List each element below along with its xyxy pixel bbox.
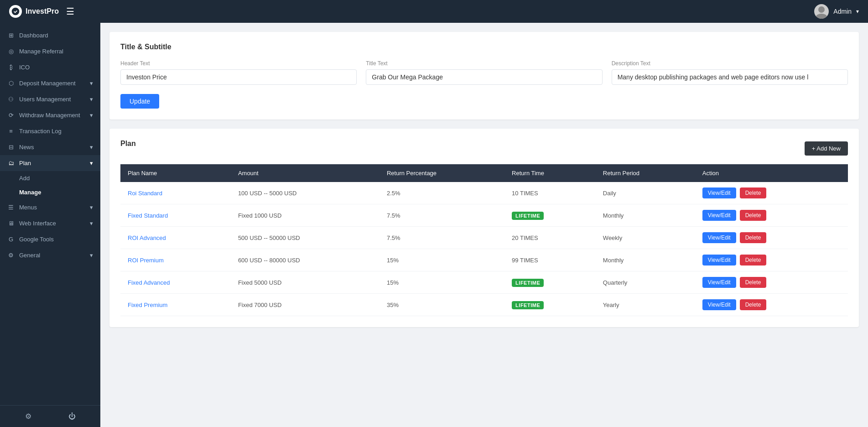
view-edit-button-5[interactable]: View/Edit	[702, 299, 736, 310]
title-subtitle-card: Title & Subtitle Header Text Title Text …	[109, 32, 859, 120]
plan-card-header: Plan + Add New	[120, 140, 848, 157]
cell-plan-name-3: ROI Premium	[120, 249, 231, 271]
sidebar-label-ico: ICO	[19, 64, 30, 71]
delete-button-1[interactable]: Delete	[740, 210, 767, 221]
title-text-input[interactable]	[366, 69, 602, 85]
cell-amount-4: Fixed 5000 USD	[231, 271, 379, 294]
plan-icon: 🗂	[7, 160, 15, 167]
cell-return-pct-4: 15%	[379, 271, 504, 294]
sidebar-item-menus[interactable]: ☰ Menus ▾	[0, 199, 100, 215]
col-action: Action	[695, 164, 848, 182]
cell-amount-3: 600 USD -- 80000 USD	[231, 249, 379, 271]
table-row: ROI Premium 600 USD -- 80000 USD 15% 99 …	[120, 249, 848, 271]
cell-action-3: View/Edit Delete	[695, 249, 848, 271]
sidebar-item-deposit-management[interactable]: ⬡ Deposit Management ▾	[0, 75, 100, 91]
sidebar-item-web-interface[interactable]: 🖥 Web Interface ▾	[0, 215, 100, 231]
col-return-percentage: Return Percentage	[379, 164, 504, 182]
sidebar-label-general: General	[19, 252, 40, 259]
add-new-button[interactable]: + Add New	[805, 141, 848, 156]
svg-point-1	[818, 6, 825, 13]
news-chevron-icon: ▾	[90, 144, 93, 151]
view-edit-button-1[interactable]: View/Edit	[702, 210, 736, 221]
sidebar-item-dashboard[interactable]: ⊞ Dashboard	[0, 27, 100, 43]
sidebar-item-general[interactable]: ⚙ General ▾	[0, 247, 100, 263]
col-plan-name: Plan Name	[120, 164, 231, 182]
view-edit-button-2[interactable]: View/Edit	[702, 232, 736, 243]
sidebar-item-users-management[interactable]: ⚇ Users Management ▾	[0, 91, 100, 107]
plan-card: Plan + Add New Plan Name Amount Return P…	[109, 129, 859, 327]
cell-return-period-5: Yearly	[596, 294, 695, 316]
view-edit-button-4[interactable]: View/Edit	[702, 277, 736, 288]
header-text-group: Header Text	[120, 60, 357, 85]
sidebar-item-google-tools[interactable]: G Google Tools	[0, 231, 100, 247]
sidebar-item-manage-referral[interactable]: ◎ Manage Referral	[0, 43, 100, 59]
cell-return-time-0: 10 TIMES	[504, 182, 596, 204]
deposit-chevron-icon: ▾	[90, 80, 93, 87]
description-text-group: Description Text	[612, 60, 848, 85]
power-icon[interactable]: ⏻	[68, 412, 76, 421]
web-interface-icon: 🖥	[7, 220, 15, 227]
sidebar-item-news[interactable]: ⊟ News ▾	[0, 139, 100, 155]
svg-point-2	[816, 14, 827, 19]
lifetime-badge-4: LIFETIME	[512, 279, 544, 287]
sidebar-sub-item-plan-add[interactable]: Add	[19, 171, 100, 185]
cell-return-period-1: Monthly	[596, 204, 695, 227]
cell-return-period-0: Daily	[596, 182, 695, 204]
plan-card-title: Plan	[120, 140, 136, 148]
plan-chevron-icon: ▾	[90, 160, 93, 167]
sidebar-nav: ⊞ Dashboard ◎ Manage Referral ₿ ICO ⬡	[0, 23, 100, 405]
cell-plan-name-4: Fixed Advanced	[120, 271, 231, 294]
settings-icon[interactable]: ⚙	[25, 412, 31, 421]
cell-return-period-2: Weekly	[596, 227, 695, 249]
cell-amount-2: 500 USD -- 50000 USD	[231, 227, 379, 249]
delete-button-0[interactable]: Delete	[740, 187, 767, 198]
view-edit-button-3[interactable]: View/Edit	[702, 255, 736, 266]
update-button[interactable]: Update	[120, 94, 159, 109]
sidebar-label-google-tools: Google Tools	[19, 236, 54, 243]
logo-text: InvestPro	[26, 7, 59, 16]
cell-return-pct-1: 7.5%	[379, 204, 504, 227]
cell-plan-name-2: ROI Advanced	[120, 227, 231, 249]
sidebar-label-users: Users Management	[19, 96, 71, 103]
sidebar-item-withdraw-management[interactable]: ⟳ Withdraw Management ▾	[0, 107, 100, 123]
withdraw-icon: ⟳	[7, 112, 15, 119]
sidebar-label-menus: Menus	[19, 204, 37, 211]
sidebar-label-manage-referral: Manage Referral	[19, 48, 63, 55]
admin-label: Admin	[833, 8, 852, 15]
table-row: Roi Standard 100 USD -- 5000 USD 2.5% 10…	[120, 182, 848, 204]
title-text-group: Title Text	[366, 60, 602, 85]
plan-table-wrapper: Plan Name Amount Return Percentage Retur…	[120, 164, 848, 316]
delete-button-5[interactable]: Delete	[740, 299, 767, 310]
users-icon: ⚇	[7, 96, 15, 103]
description-text-input[interactable]	[612, 69, 848, 85]
plan-table: Plan Name Amount Return Percentage Retur…	[120, 164, 848, 316]
admin-dropdown-arrow[interactable]: ▾	[856, 8, 859, 15]
hamburger-button[interactable]: ☰	[66, 6, 74, 17]
sidebar-sub-item-plan-manage[interactable]: Manage	[19, 185, 100, 199]
sidebar-footer: ⚙ ⏻	[0, 405, 100, 427]
cell-return-time-1: LIFETIME	[504, 204, 596, 227]
sidebar: ⊞ Dashboard ◎ Manage Referral ₿ ICO ⬡	[0, 23, 100, 427]
cell-return-time-3: 99 TIMES	[504, 249, 596, 271]
view-edit-button-0[interactable]: View/Edit	[702, 187, 736, 198]
cell-amount-1: Fixed 1000 USD	[231, 204, 379, 227]
cell-action-1: View/Edit Delete	[695, 204, 848, 227]
cell-action-2: View/Edit Delete	[695, 227, 848, 249]
table-row: Fixed Standard Fixed 1000 USD 7.5% LIFET…	[120, 204, 848, 227]
sidebar-item-ico[interactable]: ₿ ICO	[0, 59, 100, 75]
sidebar-label-plan: Plan	[19, 160, 31, 167]
table-row: ROI Advanced 500 USD -- 50000 USD 7.5% 2…	[120, 227, 848, 249]
sidebar-label-dashboard: Dashboard	[19, 32, 48, 39]
delete-button-3[interactable]: Delete	[740, 255, 767, 266]
manage-referral-icon: ◎	[7, 48, 15, 55]
main-content: Title & Subtitle Header Text Title Text …	[100, 23, 868, 427]
delete-button-4[interactable]: Delete	[740, 277, 767, 288]
news-icon: ⊟	[7, 144, 15, 151]
table-row: Fixed Advanced Fixed 5000 USD 15% LIFETI…	[120, 271, 848, 294]
cell-plan-name-1: Fixed Standard	[120, 204, 231, 227]
sidebar-item-transaction-log[interactable]: ≡ Transaction Log	[0, 123, 100, 139]
header-text-input[interactable]	[120, 69, 357, 85]
delete-button-2[interactable]: Delete	[740, 232, 767, 243]
sidebar-item-plan[interactable]: 🗂 Plan ▾	[0, 155, 100, 171]
cell-action-0: View/Edit Delete	[695, 182, 848, 204]
